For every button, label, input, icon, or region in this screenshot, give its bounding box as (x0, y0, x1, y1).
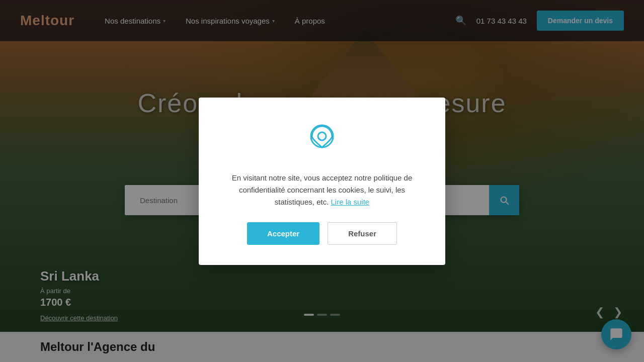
refuse-button[interactable]: Refuser (328, 222, 397, 245)
modal-buttons: Accepter Refuser (247, 222, 397, 245)
cookie-overlay: En visitant notre site, vous acceptez no… (0, 0, 644, 362)
svg-point-0 (311, 125, 333, 147)
read-more-link[interactable]: Lire la suite (331, 198, 370, 206)
cookie-modal: En visitant notre site, vous acceptez no… (199, 98, 445, 265)
cookie-text: En visitant notre site, vous acceptez no… (219, 172, 425, 208)
location-icon (307, 123, 337, 160)
svg-point-1 (318, 132, 326, 140)
accept-button[interactable]: Accepter (247, 222, 319, 245)
